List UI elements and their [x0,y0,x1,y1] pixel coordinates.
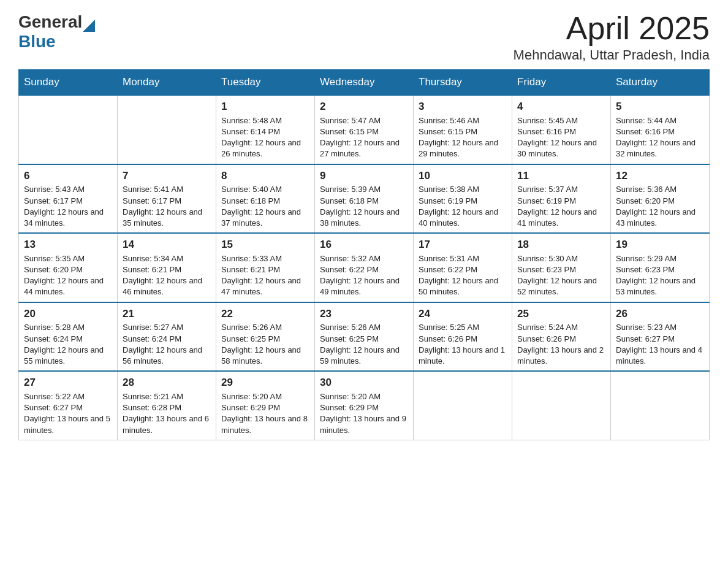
calendar-cell: 28Sunrise: 5:21 AM Sunset: 6:28 PM Dayli… [118,371,216,440]
day-info: Sunrise: 5:44 AM Sunset: 6:16 PM Dayligh… [616,115,704,160]
calendar-header-monday: Monday [118,70,216,96]
month-year-title: April 2025 [514,12,710,44]
day-number: 11 [517,169,605,183]
day-number: 25 [517,307,605,321]
day-info: Sunrise: 5:33 AM Sunset: 6:21 PM Dayligh… [221,253,309,298]
day-info: Sunrise: 5:47 AM Sunset: 6:15 PM Dayligh… [320,115,408,160]
calendar-week-row: 6Sunrise: 5:43 AM Sunset: 6:17 PM Daylig… [19,164,710,234]
calendar-header-thursday: Thursday [414,70,512,96]
calendar-cell: 19Sunrise: 5:29 AM Sunset: 6:23 PM Dayli… [611,233,710,302]
day-number: 19 [616,237,704,252]
day-info: Sunrise: 5:25 AM Sunset: 6:26 PM Dayligh… [419,322,507,367]
day-info: Sunrise: 5:23 AM Sunset: 6:27 PM Dayligh… [616,322,704,367]
calendar-cell [118,95,216,164]
title-section: April 2025 Mehndawal, Uttar Pradesh, Ind… [514,12,710,63]
day-info: Sunrise: 5:29 AM Sunset: 6:23 PM Dayligh… [616,253,704,298]
day-number: 15 [221,237,309,252]
calendar-cell [512,371,611,440]
calendar-cell: 2Sunrise: 5:47 AM Sunset: 6:15 PM Daylig… [315,95,414,164]
day-info: Sunrise: 5:22 AM Sunset: 6:27 PM Dayligh… [24,391,112,436]
calendar-cell [414,371,512,440]
calendar-header-friday: Friday [512,70,611,96]
calendar-cell: 9Sunrise: 5:39 AM Sunset: 6:18 PM Daylig… [315,164,414,234]
logo-blue-text: Blue [18,32,56,51]
calendar-cell: 24Sunrise: 5:25 AM Sunset: 6:26 PM Dayli… [414,302,512,372]
calendar-week-row: 20Sunrise: 5:28 AM Sunset: 6:24 PM Dayli… [19,302,710,372]
calendar-table: SundayMondayTuesdayWednesdayThursdayFrid… [18,69,710,440]
day-number: 27 [24,375,112,390]
calendar-cell: 1Sunrise: 5:48 AM Sunset: 6:14 PM Daylig… [216,95,315,164]
day-info: Sunrise: 5:26 AM Sunset: 6:25 PM Dayligh… [320,322,408,367]
calendar-header-tuesday: Tuesday [216,70,315,96]
calendar-cell: 23Sunrise: 5:26 AM Sunset: 6:25 PM Dayli… [315,302,414,372]
day-number: 30 [320,375,408,390]
day-number: 1 [221,99,309,114]
calendar-cell: 4Sunrise: 5:45 AM Sunset: 6:16 PM Daylig… [512,95,611,164]
day-number: 28 [123,375,211,390]
day-number: 16 [320,237,408,252]
day-info: Sunrise: 5:37 AM Sunset: 6:19 PM Dayligh… [517,184,605,229]
calendar-cell: 10Sunrise: 5:38 AM Sunset: 6:19 PM Dayli… [414,164,512,234]
calendar-header-sunday: Sunday [19,70,118,96]
day-number: 20 [24,307,112,321]
calendar-cell: 26Sunrise: 5:23 AM Sunset: 6:27 PM Dayli… [611,302,710,372]
day-number: 18 [517,237,605,252]
calendar-header-saturday: Saturday [611,70,710,96]
day-info: Sunrise: 5:20 AM Sunset: 6:29 PM Dayligh… [221,391,309,436]
day-number: 10 [419,169,507,183]
day-number: 6 [24,169,112,183]
calendar-cell: 7Sunrise: 5:41 AM Sunset: 6:17 PM Daylig… [118,164,216,234]
calendar-cell: 14Sunrise: 5:34 AM Sunset: 6:21 PM Dayli… [118,233,216,302]
day-info: Sunrise: 5:39 AM Sunset: 6:18 PM Dayligh… [320,184,408,229]
day-number: 21 [123,307,211,321]
day-info: Sunrise: 5:36 AM Sunset: 6:20 PM Dayligh… [616,184,704,229]
day-number: 9 [320,169,408,183]
calendar-cell: 20Sunrise: 5:28 AM Sunset: 6:24 PM Dayli… [19,302,118,372]
day-info: Sunrise: 5:24 AM Sunset: 6:26 PM Dayligh… [517,322,605,367]
calendar-cell: 15Sunrise: 5:33 AM Sunset: 6:21 PM Dayli… [216,233,315,302]
day-number: 26 [616,307,704,321]
day-info: Sunrise: 5:21 AM Sunset: 6:28 PM Dayligh… [123,391,211,436]
day-info: Sunrise: 5:26 AM Sunset: 6:25 PM Dayligh… [221,322,309,367]
calendar-cell: 12Sunrise: 5:36 AM Sunset: 6:20 PM Dayli… [611,164,710,234]
calendar-week-row: 13Sunrise: 5:35 AM Sunset: 6:20 PM Dayli… [19,233,710,302]
logo-triangle-icon [83,20,95,32]
day-number: 5 [616,99,704,114]
logo-general-text: General [18,12,82,32]
calendar-header-wednesday: Wednesday [315,70,414,96]
calendar-cell [611,371,710,440]
day-number: 17 [419,237,507,252]
day-info: Sunrise: 5:27 AM Sunset: 6:24 PM Dayligh… [123,322,211,367]
calendar-cell: 25Sunrise: 5:24 AM Sunset: 6:26 PM Dayli… [512,302,611,372]
calendar-cell: 13Sunrise: 5:35 AM Sunset: 6:20 PM Dayli… [19,233,118,302]
day-info: Sunrise: 5:20 AM Sunset: 6:29 PM Dayligh… [320,391,408,436]
day-info: Sunrise: 5:38 AM Sunset: 6:19 PM Dayligh… [419,184,507,229]
calendar-cell: 3Sunrise: 5:46 AM Sunset: 6:15 PM Daylig… [414,95,512,164]
day-info: Sunrise: 5:48 AM Sunset: 6:14 PM Dayligh… [221,115,309,160]
day-number: 29 [221,375,309,390]
day-number: 23 [320,307,408,321]
day-number: 2 [320,99,408,114]
day-number: 8 [221,169,309,183]
day-number: 13 [24,237,112,252]
calendar-cell: 8Sunrise: 5:40 AM Sunset: 6:18 PM Daylig… [216,164,315,234]
location-text: Mehndawal, Uttar Pradesh, India [514,47,710,63]
day-info: Sunrise: 5:41 AM Sunset: 6:17 PM Dayligh… [123,184,211,229]
calendar-header-row: SundayMondayTuesdayWednesdayThursdayFrid… [19,70,710,96]
day-info: Sunrise: 5:32 AM Sunset: 6:22 PM Dayligh… [320,253,408,298]
calendar-week-row: 1Sunrise: 5:48 AM Sunset: 6:14 PM Daylig… [19,95,710,164]
day-info: Sunrise: 5:34 AM Sunset: 6:21 PM Dayligh… [123,253,211,298]
day-number: 7 [123,169,211,183]
day-info: Sunrise: 5:43 AM Sunset: 6:17 PM Dayligh… [24,184,112,229]
day-number: 24 [419,307,507,321]
day-number: 3 [419,99,507,114]
day-number: 4 [517,99,605,114]
day-info: Sunrise: 5:35 AM Sunset: 6:20 PM Dayligh… [24,253,112,298]
day-number: 22 [221,307,309,321]
day-info: Sunrise: 5:31 AM Sunset: 6:22 PM Dayligh… [419,253,507,298]
calendar-cell: 27Sunrise: 5:22 AM Sunset: 6:27 PM Dayli… [19,371,118,440]
calendar-cell: 16Sunrise: 5:32 AM Sunset: 6:22 PM Dayli… [315,233,414,302]
calendar-week-row: 27Sunrise: 5:22 AM Sunset: 6:27 PM Dayli… [19,371,710,440]
calendar-cell: 5Sunrise: 5:44 AM Sunset: 6:16 PM Daylig… [611,95,710,164]
logo: General Blue [18,12,95,52]
